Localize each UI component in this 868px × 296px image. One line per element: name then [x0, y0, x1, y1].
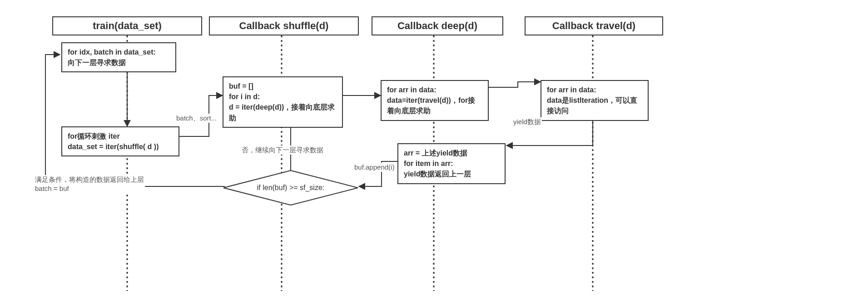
box-shuffle-buf: buf = [] for i in d: d = iter(deep(d))，接… — [223, 76, 343, 128]
box-train-loop-l1: for idx, batch in data_set: — [68, 47, 170, 57]
box-train-iter: for循环刺激 iter data_set = iter(shuffle( d … — [61, 126, 179, 156]
box-travel-loop-l1: for arr in data: — [547, 85, 642, 95]
lane-title-deep-label: Callback deep(d) — [397, 20, 477, 32]
annotation-batch-sort: batch、sort... — [175, 114, 218, 123]
box-train-loop: for idx, batch in data_set: 向下一层寻求数据 — [61, 42, 176, 72]
box-travel-loop-l2a: data是listIteration， — [547, 96, 615, 104]
lane-title-deep: Callback deep(d) — [372, 16, 503, 35]
lane-title-travel-label: Callback travel(d) — [552, 20, 635, 32]
lane-title-shuffle-label: Callback shuffle(d) — [239, 20, 329, 32]
box-shuffle-buf-l3a: d = iter(deep(d))， — [229, 103, 291, 111]
box-deep-loop-l1: for arr in data: — [387, 85, 482, 95]
annotation-yes-branch: 满足条件，将构造的数据返回给上层 batch = buf — [34, 175, 145, 194]
decision-buf-size: if len(buf) >= sf_size: — [223, 170, 359, 206]
box-deep-yield: arr = 上述yield数据 for item in arr: yield数据… — [397, 143, 506, 184]
box-deep-yield-l2: for item in arr: — [404, 158, 499, 169]
box-train-iter-l2: data_set = iter(shuffle( d )) — [68, 141, 173, 152]
lane-title-train: train(data_set) — [52, 16, 202, 35]
box-train-iter-l1: for循环刺激 iter — [68, 131, 173, 141]
box-deep-yield-l3: yield数据返回上一层 — [404, 169, 499, 179]
box-shuffle-buf-l2: for i in d: — [229, 91, 337, 102]
annotation-yield-data: yield数据 — [512, 117, 542, 126]
annotation-yes-branch-l2: batch = buf — [35, 185, 69, 192]
box-deep-loop: for arr in data: data=iter(travel(d))，fo… — [381, 80, 489, 121]
annotation-no-branch: 否，继续向下一层寻求数据 — [241, 145, 324, 155]
box-train-loop-l2: 向下一层寻求数据 — [68, 57, 170, 68]
lane-title-shuffle: Callback shuffle(d) — [209, 16, 359, 35]
annotation-yes-branch-l1: 满足条件，将构造的数据返回给上层 — [35, 176, 144, 183]
annotation-buf-append: buf.append(i) — [353, 163, 395, 172]
lane-title-train-label: train(data_set) — [93, 20, 162, 32]
box-shuffle-buf-l1: buf = [] — [229, 81, 337, 91]
lane-title-travel: Callback travel(d) — [525, 16, 663, 35]
box-travel-loop: for arr in data: data是listIteration，可以直接… — [541, 80, 649, 121]
box-deep-loop-l2a: data=iter(travel(d))， — [387, 96, 458, 104]
box-deep-yield-l1: arr = 上述yield数据 — [404, 148, 499, 158]
decision-label: if len(buf) >= sf_size: — [257, 184, 325, 192]
